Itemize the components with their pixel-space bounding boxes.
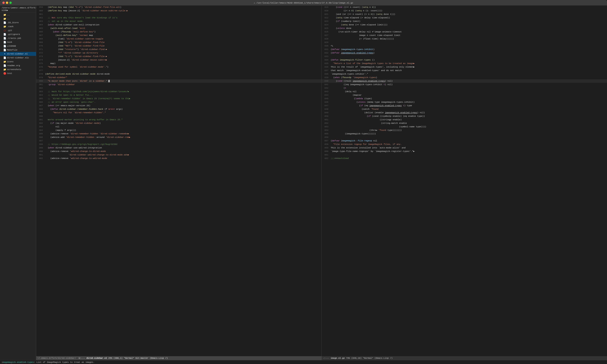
- rcode-line-837: 837 that match `imagemagick-enabled-type…: [322, 69, 607, 72]
- right-modeline-encoding: -:---: [323, 357, 329, 359]
- code-line-386: 386 ;; an error upon calling `goto-char'…: [36, 100, 321, 104]
- sidebar-item-label: .cask: [7, 25, 14, 28]
- rcode-line-834: 834 (defun imagemagick-filter-types (): [322, 58, 607, 62]
- file-icon: 📄: [3, 45, 6, 48]
- rcode-line-855: 855 (imagemagick-types)))))): [322, 132, 607, 136]
- minimize-button[interactable]: [6, 1, 8, 4]
- code-line-366: 366 (when (fboundp 'evil-define-key*): [36, 30, 321, 34]
- code-line-376: 376 "Keymap used for symbol `dired-sideb…: [36, 65, 321, 69]
- main-window: ⚠ /usr/local/Cellar/emacs/HEAD-9bb52a8_1…: [0, 0, 607, 364]
- code-line-396: 396 (advice-add 'dired-remember-hidden :…: [36, 136, 321, 139]
- maximize-button[interactable]: [9, 1, 12, 4]
- rcode-line-856: 856: [322, 136, 607, 139]
- code-line-375: 375 map): [36, 62, 321, 65]
- file-icon: 📄: [3, 21, 6, 24]
- sidebar-item-cask[interactable]: 📄 Cask: [0, 40, 36, 44]
- rcode-line-841: 841 ((eq imagemagick-types-inhibit t) ni…: [322, 83, 607, 86]
- rcode-line-843: 843 (delq nil: [322, 90, 607, 93]
- code-line-379: 379 "Dired-sidebar": [36, 76, 321, 79]
- file-icon: 📄: [3, 64, 6, 67]
- code-line-399: 399 (when dired-sidebar-use-wdired-integ…: [36, 146, 321, 150]
- code-line-401: 401 'dired-sidebar-wdired-change-to-dire…: [36, 153, 321, 157]
- rcode-line-827: 827 image n count time-elapsed limit: [322, 34, 607, 37]
- rcode-line-839: 839 (when (fboundp 'imagemagick-types): [322, 76, 607, 79]
- code-line-402: 402 (advice-remove 'wdired-change-to-wdi…: [36, 157, 321, 160]
- rcode-line-846: 846 (unless (memq type imagemagick-types…: [322, 100, 607, 104]
- sidebar-item-dotdot1[interactable]: 📁 ..: [0, 13, 36, 17]
- folder-icon: 📁: [3, 17, 6, 20]
- sidebar: /Users/james/.emacs.d/fork/dired-side▶ 📁…: [0, 5, 36, 360]
- sidebar-item-ds-store[interactable]: 📄 .DS_Store: [0, 21, 36, 25]
- rcode-line-845: 845 (lambda (type): [322, 97, 607, 100]
- left-modeline-filename: dired-sidebar.el: [86, 357, 107, 359]
- code-line-365: 365 (with-eval-after-load 'evil: [36, 26, 321, 30]
- sidebar-item-makefile[interactable]: 📄 Makefile: [0, 48, 36, 52]
- rcode-line-861: 861: [322, 153, 607, 157]
- rcode-line-842: 842 (t: [322, 86, 607, 90]
- code-line-391: 391 Works around marker pointing to wron…: [36, 118, 321, 121]
- sidebar-item-license[interactable]: 📄 LICENSE: [0, 44, 36, 48]
- rcode-line-850: 850 (if (cond ((symbolp enable) (eq enab…: [322, 115, 607, 118]
- code-line-394: 394 (apply f args))): [36, 129, 321, 132]
- sidebar-item-label: dired-sidebar.elc: [7, 57, 29, 59]
- rcode-line-819: 819 (cond ((>= n count) (setq n 0)): [322, 5, 607, 9]
- left-modeline: ~/.emacs.d/fork/dired-sidebar/ U:--- dir…: [36, 356, 321, 360]
- el-file-icon: ●: [3, 52, 6, 55]
- sidebar-item-label: .gitignore: [7, 33, 20, 36]
- rcode-line-829: 829: [322, 41, 607, 44]
- code-line-387: 387 (when (<= emacs-major-version 25): [36, 104, 321, 107]
- folder-icon: 📁: [3, 13, 6, 16]
- sidebar-item-git[interactable]: ⬡ .git: [0, 28, 36, 32]
- sidebar-item-gitignore[interactable]: 📄 .gitignore: [0, 32, 36, 36]
- rcode-line-836: 836 This is the result of `imagemagick-t…: [322, 65, 607, 69]
- rcode-line-852: 852 (string-match enable: [322, 121, 607, 125]
- sidebar-item-icons[interactable]: 📁 icons: [0, 60, 36, 64]
- code-line-392: 392 (if (eq major-mode 'dired-sidebar-mo…: [36, 121, 321, 125]
- sidebar-item-cask-dir[interactable]: 📁 .cask: [0, 25, 36, 28]
- rcode-line-822: 822 (setq time-elapsed (+ delay time-ela…: [322, 16, 607, 20]
- echo-colon: : List of ImageMagick types to treat as …: [34, 361, 95, 364]
- rcode-line-828: 828 (+ (float-time) delay)))))): [322, 37, 607, 41]
- sidebar-item-label: Makefile: [7, 49, 17, 51]
- rcode-line-821: 821 (and (or (>= n count) (< n 0)) (setq…: [322, 13, 607, 16]
- rcode-line-824: 824 (setq done (>= time-elapsed limit))): [322, 23, 607, 26]
- rcode-line-859: 859 This is the extension installed into…: [322, 146, 607, 150]
- left-editor-content[interactable]: 359 (define-key map (kbd "C-o") 'dired-s…: [36, 5, 321, 356]
- rcode-line-831: 831 (defvar imagemagick-types-inhibit): [322, 48, 607, 51]
- sidebar-item-screenshots[interactable]: 📁 screenshots: [0, 67, 36, 71]
- sidebar-item-label: readme.org: [7, 65, 20, 67]
- rcode-line-857: 857 (defvar imagemagick--file-regexp nil: [322, 139, 607, 143]
- sidebar-item-travis[interactable]: 📄 .travis.yml: [0, 36, 36, 40]
- file-icon: 📄: [3, 48, 6, 52]
- right-modeline: -:--- image.el.gz 79% (840,19) *Normal* …: [322, 356, 607, 360]
- left-modeline-git: Git:master: [136, 357, 148, 359]
- left-editor-pane: 359 (define-key map (kbd "C-o") 'dired-s…: [36, 5, 322, 360]
- rcode-line-858: 858 "File extension regexp for ImageMagi…: [322, 143, 607, 146]
- file-icon: 📄: [3, 41, 6, 44]
- test-icon: 🔴: [3, 72, 6, 75]
- traffic-lights: [2, 1, 12, 4]
- sidebar-item-dired-sidebar-el[interactable]: ● dired-sidebar.el: [0, 52, 36, 56]
- code-line-378: 378 (define-derived-mode dired-sidebar-m…: [36, 72, 321, 76]
- echo-label: imagemagick-enabled-types: [1, 361, 34, 364]
- right-editor-content[interactable]: 819 (cond ((>= n count) (setq n 0)) 820 …: [322, 5, 607, 356]
- sidebar-item-label: .git: [7, 29, 12, 32]
- sidebar-item-label: LICENSE: [7, 45, 16, 47]
- titlebar: ⚠ /usr/local/Cellar/emacs/HEAD-9bb52a8_1…: [0, 0, 607, 5]
- rcode-line-823: 823 (if (numberp limit): [322, 20, 607, 23]
- sidebar-item-readme[interactable]: 📄 readme.org: [0, 64, 36, 67]
- left-code-area: 359 (define-key map (kbd "C-o") 'dired-s…: [36, 5, 321, 160]
- sidebar-item-dotdot2[interactable]: 📁 ..: [0, 17, 36, 21]
- rcode-line-830: 830 ^L: [322, 44, 607, 48]
- close-button[interactable]: [2, 1, 5, 4]
- code-line-371: 371 (kbd "<return>") 'dired-sidebar-find…: [36, 48, 321, 51]
- sidebar-item-dired-sidebar-elc[interactable]: 📄 dired-sidebar.elc: [0, 56, 36, 60]
- left-modeline-position: 25% (380,1): [108, 357, 123, 359]
- code-line-383: 383 ;; Hack for https://github.com/jojoj…: [36, 90, 321, 93]
- echo-area: imagemagick-enabled-types : List of Imag…: [0, 360, 607, 364]
- folder-icon: 📁: [3, 60, 6, 63]
- code-line-373: 373 (kbd "C-o") 'dired-sidebar-find-file…: [36, 55, 321, 58]
- sidebar-item-test[interactable]: 🔴 test: [0, 71, 36, 75]
- sidebar-item-label: test: [7, 72, 12, 75]
- sidebar-item-label: ..: [7, 18, 10, 20]
